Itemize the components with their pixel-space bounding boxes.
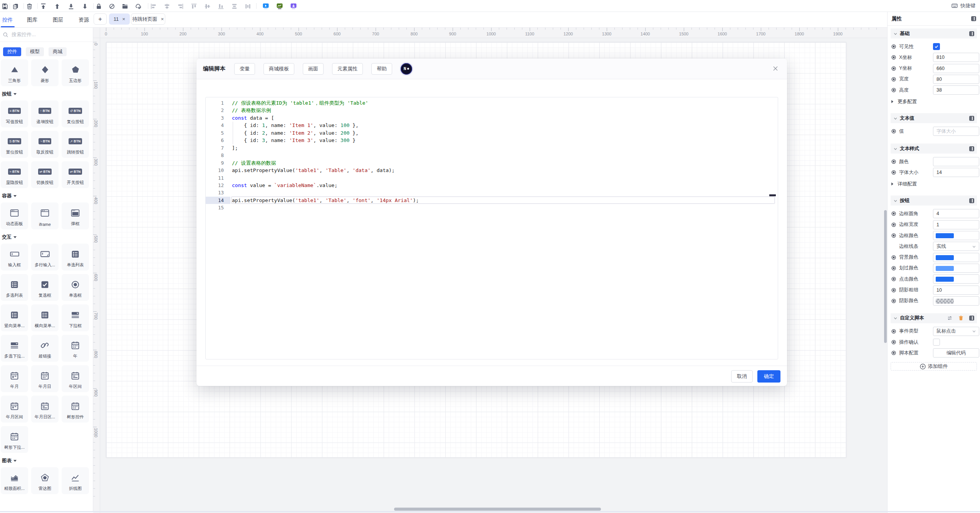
property-input[interactable]: 660 bbox=[933, 64, 979, 73]
palette-item[interactable]: ≡BTN写值按钮 bbox=[1, 100, 28, 127]
property-input[interactable]: 38 bbox=[933, 85, 979, 95]
filter-chip-商城[interactable]: 商城 bbox=[49, 47, 67, 56]
monitor-run-icon[interactable] bbox=[262, 3, 269, 10]
ai-assistant-badge[interactable]: N bbox=[401, 63, 412, 75]
property-binding-icon[interactable] bbox=[891, 55, 896, 60]
move-up-icon[interactable] bbox=[54, 3, 60, 10]
property-binding-icon[interactable] bbox=[891, 44, 896, 49]
property-binding-icon[interactable] bbox=[891, 159, 896, 164]
palette-item[interactable]: 五边形 bbox=[62, 59, 89, 86]
property-input[interactable] bbox=[933, 157, 979, 166]
panel-section-文本样式[interactable]: 文本样式 bbox=[891, 144, 977, 154]
collapse-section-icon[interactable] bbox=[969, 146, 974, 151]
dialog-tab-变量[interactable]: 变量 bbox=[234, 63, 255, 75]
palette-item[interactable]: 复选框 bbox=[31, 274, 59, 301]
vertical-scrollbar[interactable] bbox=[884, 210, 887, 343]
align-left-icon[interactable] bbox=[150, 3, 157, 10]
palette-item[interactable]: ≈BTN显隐按钮 bbox=[1, 161, 28, 188]
sidebar-tab-3[interactable]: 图层 bbox=[53, 17, 63, 23]
property-binding-icon[interactable] bbox=[891, 351, 896, 355]
collapse-section-icon[interactable] bbox=[969, 198, 974, 203]
collapse-section-icon[interactable] bbox=[969, 316, 974, 321]
property-binding-icon[interactable] bbox=[891, 340, 896, 344]
property-binding-icon[interactable] bbox=[891, 77, 896, 82]
close-icon[interactable] bbox=[772, 65, 779, 72]
sidebar-tab-2[interactable]: 图库 bbox=[27, 17, 37, 23]
palette-item[interactable]: 下拉框 bbox=[62, 304, 89, 331]
property-binding-icon[interactable] bbox=[891, 129, 896, 134]
palette-item[interactable]: 雷达图 bbox=[31, 467, 59, 494]
palette-item[interactable]: 精致面积... bbox=[1, 467, 28, 494]
property-binding-icon[interactable] bbox=[891, 299, 896, 303]
section-collapse-icon[interactable] bbox=[13, 195, 17, 197]
cloud-gear-icon[interactable] bbox=[134, 3, 141, 10]
collapse-panel-icon[interactable] bbox=[971, 16, 976, 21]
edit-code-button[interactable]: 编辑代码 bbox=[933, 348, 979, 358]
palette-item[interactable]: 年月日 bbox=[31, 365, 59, 392]
palette-item[interactable]: iframe bbox=[31, 202, 59, 229]
palette-item[interactable]: 输入框 bbox=[1, 244, 28, 271]
palette-item[interactable]: 弹框 bbox=[62, 202, 89, 229]
property-input[interactable]: 10 bbox=[933, 286, 979, 295]
horizontal-scrollbar[interactable] bbox=[394, 508, 601, 511]
section-collapse-icon[interactable] bbox=[13, 93, 17, 95]
move-down-icon[interactable] bbox=[81, 3, 88, 10]
expander-详细配置[interactable]: 详细配置 bbox=[888, 180, 980, 188]
panel-section-基础[interactable]: 基础 bbox=[891, 28, 977, 38]
page-tab-待跳转页面[interactable]: 待跳转页面× bbox=[131, 13, 165, 25]
palette-item[interactable]: 树形控件 bbox=[62, 396, 89, 423]
monitor-download-icon[interactable] bbox=[290, 3, 297, 10]
property-binding-icon[interactable] bbox=[891, 211, 896, 216]
property-binding-icon[interactable] bbox=[891, 266, 896, 271]
page-tab-11[interactable]: 11× bbox=[109, 13, 130, 25]
save-icon[interactable] bbox=[1, 3, 8, 10]
color-swatch[interactable] bbox=[933, 253, 979, 262]
property-binding-icon[interactable] bbox=[891, 170, 896, 175]
palette-item[interactable]: 多选下拉... bbox=[1, 335, 28, 362]
palette-item[interactable]: ¬BTN取反按钮 bbox=[31, 131, 59, 158]
search-input[interactable]: 搜索控件... bbox=[0, 28, 93, 42]
align-bottom-icon[interactable] bbox=[217, 3, 224, 10]
monitor-chart-icon[interactable] bbox=[276, 3, 283, 10]
palette-item[interactable]: 菱形 bbox=[31, 59, 59, 86]
palette-item[interactable]: 竖向菜单... bbox=[1, 304, 28, 331]
palette-item[interactable]: 年区间 bbox=[62, 365, 89, 392]
palette-item[interactable]: ⇌BTN切换按钮 bbox=[31, 161, 59, 188]
align-top-icon[interactable] bbox=[190, 3, 197, 10]
panel-section-自定义脚本[interactable]: 自定义脚本 bbox=[891, 313, 977, 323]
color-swatch[interactable] bbox=[933, 296, 979, 306]
collapse-section-icon[interactable] bbox=[969, 116, 974, 121]
align-right-icon[interactable] bbox=[177, 3, 184, 10]
distribute-h-icon[interactable] bbox=[244, 3, 251, 10]
palette-item[interactable]: 单选框 bbox=[62, 274, 89, 301]
palette-item[interactable]: 年月区间 bbox=[1, 396, 28, 423]
palette-item[interactable]: 年 bbox=[62, 335, 89, 362]
dialog-tab-商城模板[interactable]: 商城模板 bbox=[263, 63, 294, 75]
align-h-center-icon[interactable] bbox=[204, 3, 211, 10]
sidebar-tab-4[interactable]: 资源 bbox=[79, 17, 89, 23]
palette-item[interactable]: 超链接 bbox=[31, 335, 59, 362]
sidebar-tab-1[interactable]: 控件 bbox=[2, 17, 13, 23]
property-input[interactable]: 14 bbox=[933, 168, 979, 177]
palette-item[interactable]: ↗BTN跳转按钮 bbox=[62, 131, 89, 158]
panel-section-按钮[interactable]: 按钮 bbox=[891, 196, 977, 206]
checkbox-checked[interactable] bbox=[933, 43, 940, 50]
dialog-tab-元素属性[interactable]: 元素属性 bbox=[332, 63, 363, 75]
palette-item[interactable]: 折线图 bbox=[62, 467, 89, 494]
filter-chip-控件[interactable]: 控件 bbox=[3, 47, 21, 56]
property-binding-icon[interactable] bbox=[891, 255, 896, 260]
checkbox-unchecked[interactable] bbox=[933, 339, 940, 346]
cancel-button[interactable]: 取消 bbox=[731, 370, 753, 383]
palette-item[interactable]: ↑BTN递增按钮 bbox=[31, 100, 59, 127]
trash-icon[interactable] bbox=[26, 3, 33, 10]
color-swatch[interactable] bbox=[933, 274, 979, 284]
code-editor[interactable]: 1// 假设表格的元素ID为 'table1'，组件类型为 'Table'2//… bbox=[205, 97, 778, 359]
panel-section-文本值[interactable]: 文本值 bbox=[891, 113, 977, 123]
property-binding-icon[interactable] bbox=[891, 66, 896, 71]
color-swatch[interactable] bbox=[933, 264, 979, 273]
property-input[interactable]: 字体大小 bbox=[933, 127, 979, 136]
palette-item[interactable]: 多选列表 bbox=[1, 274, 28, 301]
property-binding-icon[interactable] bbox=[891, 88, 896, 92]
palette-item[interactable]: 单选列表 bbox=[62, 244, 89, 271]
add-page-tab-button[interactable]: + bbox=[94, 13, 107, 25]
